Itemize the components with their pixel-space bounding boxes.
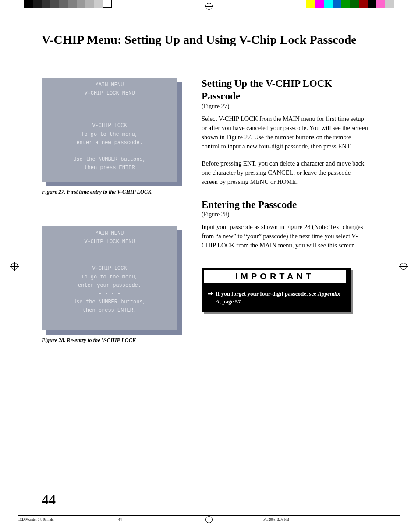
menu-line: - - - -	[42, 290, 177, 298]
registration-mark-icon	[11, 263, 18, 270]
menu-line: then press ENTER	[42, 164, 177, 172]
body-paragraph: Input your passcode as shown in Figure 2…	[202, 222, 368, 250]
menu-line: V-CHIP LOCK	[42, 264, 177, 273]
figure-reference: (Figure 28)	[202, 211, 368, 218]
page-number: 44	[42, 492, 56, 508]
menu-line: enter a new passcode.	[42, 139, 177, 147]
menu-line: V-CHIP LOCK	[42, 122, 177, 130]
figure-27: MAIN MENU V-CHIP LOCK MENU V-CHIP LOCK T…	[42, 78, 188, 195]
menu-header-line: V-CHIP LOCK MENU	[42, 238, 177, 246]
body-paragraph: Before pressing ENT, you can delete a ch…	[202, 159, 368, 187]
registration-mark-icon	[205, 3, 213, 10]
section-heading: Entering the Passcode	[202, 199, 368, 211]
page-title: V-CHIP Menu: Setting Up and Using V-Chip…	[42, 33, 379, 47]
menu-line: then press ENTER.	[42, 307, 177, 315]
print-registration-strip	[0, 0, 418, 9]
menu-line: To go to the menu,	[42, 273, 177, 282]
footer-filename: LCD Monitor 5 8 03.indd	[18, 518, 118, 521]
important-callout: IMPORTANT ➡ If you forget your four-digi…	[202, 268, 351, 311]
body-paragraph: Select V-CHIP LOCK from the MAIN menu fo…	[202, 114, 368, 151]
important-text: If you forget your four-digit passcode, …	[216, 290, 346, 305]
menu-header-line: MAIN MENU	[42, 229, 177, 238]
figure-reference: (Figure 27)	[202, 103, 368, 110]
color-calibration-blocks	[306, 0, 394, 8]
right-column: Setting Up the V-CHIP LOCK Passcode (Fig…	[202, 78, 368, 374]
figure-28: MAIN MENU V-CHIP LOCK MENU V-CHIP LOCK T…	[42, 226, 188, 344]
footer-timestamp: 5/8/2003, 3:03 PM	[263, 518, 289, 521]
figure-caption: Figure 28. Re-entry to the V-CHIP LOCK	[42, 337, 188, 344]
menu-header-line: MAIN MENU	[42, 81, 177, 89]
menu-header-line: V-CHIP LOCK MENU	[42, 89, 177, 98]
section-heading: Setting Up the V-CHIP LOCK Passcode	[202, 78, 368, 103]
figure-caption: Figure 27. First time entry to the V-CHI…	[42, 189, 188, 195]
arrow-right-icon: ➡	[208, 290, 213, 305]
footer-page-num: 44	[118, 518, 162, 521]
menu-line: - - - -	[42, 147, 177, 155]
menu-line: enter your passcode.	[42, 282, 177, 290]
grayscale-calibration-blocks	[24, 0, 112, 8]
registration-mark-icon	[205, 516, 213, 523]
registration-mark-icon	[400, 263, 407, 270]
menu-line: Use the NUMBER buttons,	[42, 155, 177, 164]
menu-line: Use the NUMBER buttons,	[42, 298, 177, 307]
important-header: IMPORTANT	[203, 269, 346, 284]
menu-line: To go to the menu,	[42, 130, 177, 139]
left-column: MAIN MENU V-CHIP LOCK MENU V-CHIP LOCK T…	[42, 78, 188, 374]
